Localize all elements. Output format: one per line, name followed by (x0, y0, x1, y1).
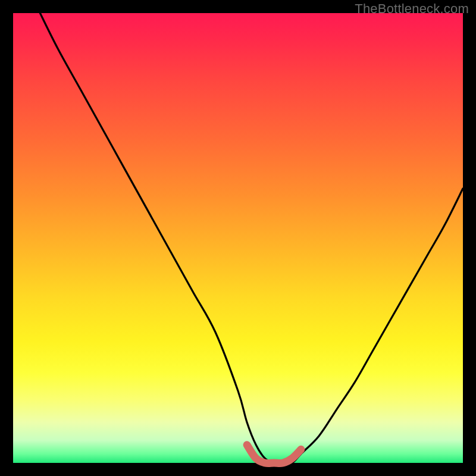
curve-svg (13, 13, 463, 463)
chart-frame: TheBottleneck.com (0, 0, 476, 476)
bottleneck-curve (40, 13, 463, 464)
plot-area (13, 13, 463, 463)
optimal-region-highlight (247, 445, 301, 464)
